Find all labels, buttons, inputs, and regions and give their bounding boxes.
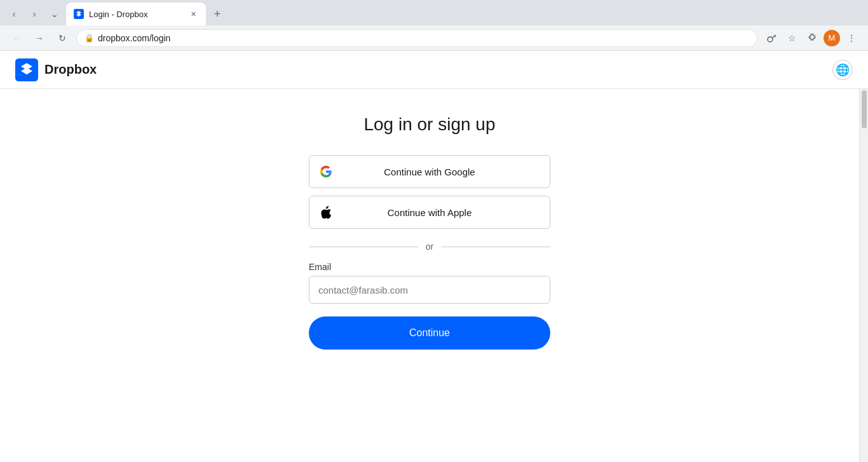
google-signin-btn[interactable]: Continue with Google xyxy=(309,155,550,188)
svg-line-3 xyxy=(775,36,776,37)
divider-text: or xyxy=(426,241,433,252)
divider-line-left xyxy=(309,247,418,247)
google-btn-label: Continue with Google xyxy=(384,166,475,177)
apple-btn-label: Continue with Apple xyxy=(388,207,472,218)
google-icon xyxy=(320,165,332,178)
email-label: Email xyxy=(309,262,550,272)
divider-line-right xyxy=(441,247,550,247)
reload-btn[interactable]: ↻ xyxy=(53,29,71,47)
lock-icon: 🔒 xyxy=(85,34,94,43)
tab-favicon xyxy=(74,9,84,19)
active-tab[interactable]: Login - Dropbox ✕ xyxy=(66,3,206,25)
apple-signin-btn[interactable]: Continue with Apple xyxy=(309,196,550,229)
login-form: Log in or sign up Continue with Google xyxy=(309,114,550,437)
new-tab-btn[interactable]: + xyxy=(208,5,226,23)
back-btn[interactable]: ← xyxy=(8,29,25,47)
scrollbar-track[interactable] xyxy=(859,89,868,462)
scrollbar-thumb[interactable] xyxy=(862,90,867,128)
bookmark-btn[interactable]: ☆ xyxy=(783,29,801,47)
browser-window: ‹ › ⌄ Login - Dropbox ✕ + ← → ↻ 🔒 dropbo… xyxy=(0,0,868,462)
forward-btn[interactable]: → xyxy=(31,29,48,47)
main-content: Log in or sign up Continue with Google xyxy=(0,89,859,462)
tab-forward-btn[interactable]: › xyxy=(25,5,43,23)
tab-close-btn[interactable]: ✕ xyxy=(188,9,198,19)
dropbox-logo-icon xyxy=(15,58,38,81)
logo-text: Dropbox xyxy=(44,62,97,77)
toolbar: ← → ↻ 🔒 dropbox.com/login ☆ M ⋮ xyxy=(0,25,868,51)
logo-area: Dropbox xyxy=(15,58,97,81)
continue-btn[interactable]: Continue xyxy=(309,316,550,350)
divider: or xyxy=(309,241,550,252)
apple-icon xyxy=(320,206,332,219)
extensions-btn[interactable] xyxy=(803,29,821,47)
language-btn[interactable]: 🌐 xyxy=(832,60,853,80)
tab-list-btn[interactable]: ⌄ xyxy=(46,5,64,23)
tab-bar: ‹ › ⌄ Login - Dropbox ✕ + xyxy=(0,0,868,25)
email-input[interactable] xyxy=(309,276,550,304)
profile-btn[interactable]: M xyxy=(824,30,840,46)
address-bar[interactable]: 🔒 dropbox.com/login xyxy=(76,29,757,47)
tab-title: Login - Dropbox xyxy=(89,10,183,19)
key-icon xyxy=(766,32,777,44)
site-nav: Dropbox 🌐 xyxy=(0,51,868,89)
tab-back-btn[interactable]: ‹ xyxy=(5,5,23,23)
password-icon-btn[interactable] xyxy=(763,29,780,47)
menu-btn[interactable]: ⋮ xyxy=(843,29,860,47)
svg-point-1 xyxy=(768,37,773,42)
url-text: dropbox.com/login xyxy=(98,33,749,43)
puzzle-icon xyxy=(806,32,818,44)
page-content: Dropbox 🌐 Log in or sign up xyxy=(0,51,868,462)
login-title: Log in or sign up xyxy=(309,114,550,135)
